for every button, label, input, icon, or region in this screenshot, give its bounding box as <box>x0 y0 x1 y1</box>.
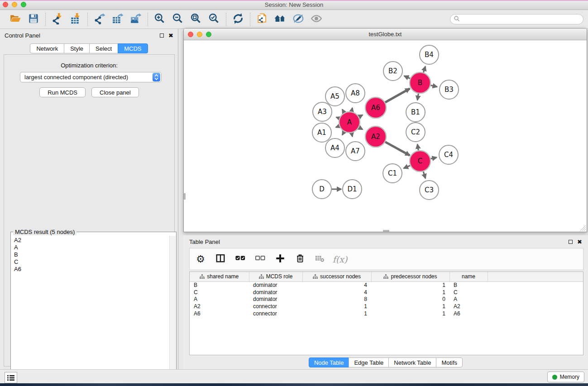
close-panel-icon[interactable]: ✖ <box>168 33 173 38</box>
tab-mcds[interactable]: MCDS <box>118 43 148 53</box>
unselect-all-columns-button[interactable] <box>254 253 267 266</box>
home-button[interactable] <box>273 13 287 26</box>
node-A1[interactable]: A1 <box>312 123 331 142</box>
zoom-fit-button[interactable] <box>189 13 203 26</box>
edge-C-C3[interactable] <box>423 172 425 178</box>
edge-C-C2[interactable] <box>417 144 418 151</box>
node-B1[interactable]: B1 <box>406 103 425 122</box>
search-box[interactable] <box>450 14 583 24</box>
float-panel-icon[interactable] <box>160 33 164 38</box>
edge-A-A6[interactable] <box>359 115 363 117</box>
edge-B-B3[interactable] <box>430 85 437 86</box>
edge-A6-B[interactable] <box>385 89 410 103</box>
close-table-panel-icon[interactable]: ✖ <box>577 239 582 245</box>
result-item[interactable]: A6 <box>14 266 169 273</box>
node-D[interactable]: D <box>312 180 331 199</box>
edge-C-C4[interactable] <box>430 157 436 159</box>
edge-A2-C[interactable] <box>385 142 410 156</box>
task-history-button[interactable] <box>5 372 17 383</box>
criterion-dropdown[interactable]: largest connected component (directed) <box>20 72 162 82</box>
node-C2[interactable]: C2 <box>406 123 425 142</box>
mcds-result-list[interactable]: A2ABCA6 <box>11 236 169 385</box>
node-A5[interactable]: A5 <box>325 87 344 106</box>
result-item[interactable]: A <box>14 244 169 251</box>
float-table-panel-icon[interactable] <box>569 240 573 244</box>
zoom-out-button[interactable] <box>171 13 185 26</box>
node-B[interactable]: B <box>410 72 430 93</box>
edge-A-A5[interactable] <box>342 110 344 113</box>
table-row[interactable]: Adominator80A <box>190 295 583 303</box>
tab-edge-table[interactable]: Edge Table <box>349 357 389 367</box>
add-column-button[interactable] <box>274 253 287 266</box>
open-session-button[interactable] <box>8 13 23 26</box>
edge-A-A1[interactable] <box>336 126 339 127</box>
node-A8[interactable]: A8 <box>346 84 365 103</box>
export-image-button[interactable] <box>129 13 143 26</box>
edge-B-B2[interactable] <box>404 76 410 79</box>
export-network-button[interactable] <box>92 13 107 26</box>
tab-node-table[interactable]: Node Table <box>309 357 349 367</box>
node-A2[interactable]: A2 <box>365 126 386 147</box>
edge-A-A7[interactable] <box>352 133 353 137</box>
column-header-shared-name[interactable]: shared name <box>190 272 249 281</box>
node-A7[interactable]: A7 <box>346 142 365 161</box>
search-input[interactable] <box>462 16 583 23</box>
node-A[interactable]: A <box>339 112 360 133</box>
result-scrollbar[interactable] <box>169 236 176 385</box>
import-network-button[interactable] <box>50 13 65 26</box>
settings-button[interactable]: ⚙ <box>194 253 207 266</box>
zoom-in-button[interactable] <box>153 13 167 26</box>
node-A6[interactable]: A6 <box>365 97 386 118</box>
resize-grip[interactable] <box>580 225 586 231</box>
tab-network-table[interactable]: Network Table <box>388 357 436 367</box>
node-B4[interactable]: B4 <box>420 45 439 64</box>
horizontal-scroll-thumb[interactable] <box>383 230 389 232</box>
result-item[interactable]: A2 <box>14 237 169 244</box>
refresh-layout-button[interactable] <box>231 13 245 26</box>
select-all-columns-button[interactable] <box>234 253 247 266</box>
edge-B-B1[interactable] <box>417 94 418 100</box>
node-B3[interactable]: B3 <box>440 80 459 99</box>
vertical-scroll-thumb[interactable] <box>184 193 186 200</box>
tab-style[interactable]: Style <box>64 43 90 53</box>
edge-B-B4[interactable] <box>423 67 425 72</box>
column-header-name[interactable]: name <box>449 272 488 281</box>
network-graph[interactable]: B4B2BB3A5A8A6A3B1AA1C2A2A4A7C4CC1C3DD1 <box>184 40 587 232</box>
column-header-predecessor-nodes[interactable]: predecessor nodes <box>371 272 449 281</box>
node-A3[interactable]: A3 <box>313 102 332 121</box>
show-graphics-details-button[interactable] <box>309 13 324 26</box>
node-D1[interactable]: D1 <box>343 180 362 199</box>
import-table-button[interactable] <box>68 13 83 26</box>
edge-C-C1[interactable] <box>404 166 410 168</box>
run-mcds-button[interactable]: Run MCDS <box>39 87 86 97</box>
table-row[interactable]: Bdominator41B <box>190 281 583 289</box>
network-overview-button[interactable] <box>255 13 269 26</box>
hide-graphics-details-button[interactable] <box>291 13 306 26</box>
table-row[interactable]: A6connector11A6 <box>190 310 583 317</box>
network-window-titlebar[interactable]: testGlobe.txt <box>184 29 587 40</box>
column-header-successor-nodes[interactable]: successor nodes <box>302 272 371 281</box>
result-item[interactable]: B <box>14 251 169 258</box>
memory-button[interactable]: Memory <box>547 372 584 382</box>
zoom-selected-button[interactable] <box>207 13 221 26</box>
node-A4[interactable]: A4 <box>325 138 344 157</box>
network-canvas[interactable]: B4B2BB3A5A8A6A3B1AA1C2A2A4A7C4CC1C3DD1 <box>184 40 587 232</box>
node-C4[interactable]: C4 <box>439 145 458 164</box>
column-header-MCDS-role[interactable]: MCDS role <box>249 272 302 281</box>
edge-A-A2[interactable] <box>359 128 363 129</box>
delete-column-button[interactable] <box>294 253 306 266</box>
node-C3[interactable]: C3 <box>420 181 439 200</box>
table-row[interactable]: Cdominator41C <box>190 289 583 296</box>
edge-A-A3[interactable] <box>336 117 339 119</box>
column-view-button[interactable] <box>214 253 227 266</box>
node-B2[interactable]: B2 <box>383 62 402 81</box>
tab-select[interactable]: Select <box>89 43 118 53</box>
result-item[interactable]: C <box>14 258 169 266</box>
edge-A-A8[interactable] <box>352 108 353 111</box>
tab-network[interactable]: Network <box>30 43 64 53</box>
tab-motifs[interactable]: Motifs <box>436 357 463 367</box>
save-session-button[interactable] <box>26 13 41 26</box>
node-C1[interactable]: C1 <box>383 164 402 183</box>
edge-A-A4[interactable] <box>342 132 344 135</box>
export-table-button[interactable] <box>110 13 125 26</box>
